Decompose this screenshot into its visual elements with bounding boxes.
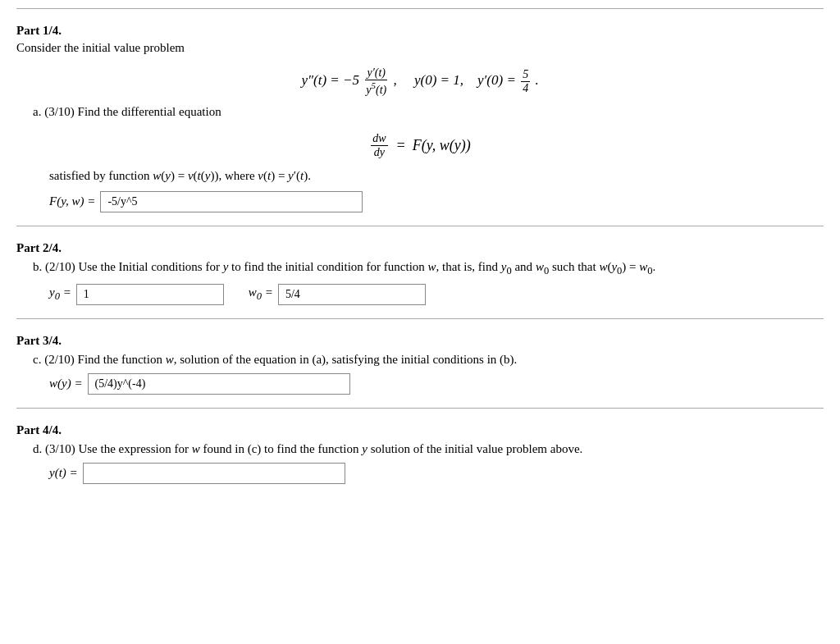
part4-section: Part 4/4. d. (3/10) Use the expression f…	[16, 408, 824, 497]
comma-sep: ,	[393, 72, 410, 88]
y0-input[interactable]	[76, 284, 224, 305]
wy-label: w(y) =	[49, 377, 83, 391]
f-field-row: F(y, w) =	[49, 191, 824, 212]
part2-subquestion: b. (2/10) Use the Initial conditions for…	[33, 260, 824, 277]
part2-header: Part 2/4.	[16, 241, 824, 255]
fraction-yprime-y5: y′(t) y5(t)	[364, 66, 388, 97]
part4-subquestion: d. (3/10) Use the expression for w found…	[33, 442, 824, 456]
y0-w0-fields: y0 = w0 =	[49, 284, 824, 305]
F-y-wy: F(y, w(y))	[413, 137, 471, 154]
wy-field-row: w(y) =	[49, 373, 824, 395]
intro-text: Consider the initial value problem	[16, 41, 824, 55]
yt-input[interactable]	[83, 463, 345, 484]
y0-pair: y0 =	[49, 284, 224, 305]
y0-label: y0 =	[49, 285, 71, 303]
initial-yprime0: y′(0) =	[477, 72, 519, 88]
fraction-5-4: 5 4	[521, 68, 530, 95]
y-double-prime: y″(t) = −5	[301, 72, 359, 88]
initial-y0: y(0) = 1,	[414, 72, 474, 88]
f-input[interactable]	[100, 191, 363, 212]
part1-section: Part 1/4. Consider the initial value pro…	[16, 8, 824, 226]
part4-header: Part 4/4.	[16, 423, 824, 437]
w0-input[interactable]	[278, 284, 426, 305]
dw-dy-equation: dw dy = F(y, w(y))	[16, 132, 824, 159]
part1-subquestion: a. (3/10) Find the differential equation	[33, 105, 824, 119]
part3-subquestion: c. (2/10) Find the function w, solution …	[33, 353, 824, 367]
w0-pair: w0 =	[249, 284, 426, 305]
part3-header: Part 3/4.	[16, 334, 824, 348]
part1-header: Part 1/4.	[16, 24, 824, 38]
main-equation: y″(t) = −5 y′(t) y5(t) , y(0) = 1, y′(0)…	[16, 66, 824, 97]
w0-label: w0 =	[249, 285, 273, 303]
yt-label: y(t) =	[49, 466, 78, 480]
part2-section: Part 2/4. b. (2/10) Use the Initial cond…	[16, 226, 824, 318]
wy-input[interactable]	[88, 373, 350, 395]
satisfied-text: satisfied by function w(y) = v(t(y)), wh…	[49, 169, 824, 183]
part3-section: Part 3/4. c. (2/10) Find the function w,…	[16, 318, 824, 408]
yt-field-row: y(t) =	[49, 463, 824, 484]
fraction-dw-dy: dw dy	[371, 132, 387, 159]
f-label: F(y, w) =	[49, 194, 95, 208]
